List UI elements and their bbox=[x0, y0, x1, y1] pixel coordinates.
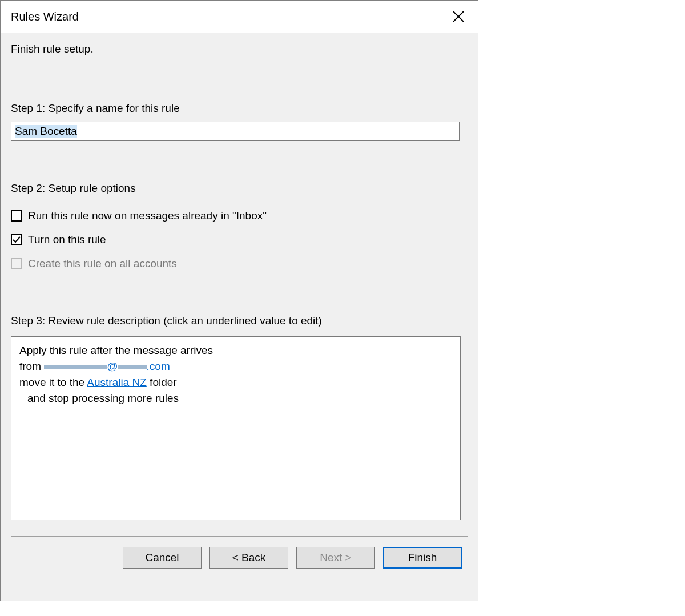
option-all-accounts-label: Create this rule on all accounts bbox=[28, 257, 177, 270]
option-turn-on-row[interactable]: Turn on this rule bbox=[11, 233, 468, 246]
close-icon bbox=[452, 10, 465, 23]
desc-from-link[interactable]: @.com bbox=[44, 360, 170, 372]
desc-line-1: Apply this rule after the message arrive… bbox=[19, 343, 452, 359]
dialog-title: Rules Wizard bbox=[11, 10, 79, 23]
desc-folder-link[interactable]: Australia NZ bbox=[87, 376, 147, 388]
rules-wizard-dialog: Rules Wizard Finish rule setup. Step 1: … bbox=[0, 0, 478, 601]
titlebar: Rules Wizard bbox=[1, 1, 478, 33]
desc-move-prefix: move it to the bbox=[19, 376, 87, 388]
option-turn-on-label: Turn on this rule bbox=[28, 233, 106, 246]
option-run-now-row[interactable]: Run this rule now on messages already in… bbox=[11, 210, 468, 222]
rule-name-value: Sam Bocetta bbox=[15, 125, 77, 138]
step3-label: Step 3: Review rule description (click a… bbox=[11, 315, 468, 327]
close-button[interactable] bbox=[449, 7, 468, 26]
rule-description-box[interactable]: Apply this rule after the message arrive… bbox=[11, 336, 461, 520]
desc-line-2: from @.com bbox=[19, 359, 452, 375]
desc-line-3: move it to the Australia NZ folder bbox=[19, 375, 452, 390]
checkbox-run-now[interactable] bbox=[11, 210, 22, 222]
back-button[interactable]: < Back bbox=[209, 547, 288, 569]
rule-name-input[interactable]: Sam Bocetta bbox=[11, 122, 460, 141]
dialog-body: Finish rule setup. Step 1: Specify a nam… bbox=[1, 33, 478, 601]
step2-label: Step 2: Setup rule options bbox=[11, 182, 468, 195]
cancel-button[interactable]: Cancel bbox=[123, 547, 202, 569]
option-all-accounts-row: Create this rule on all accounts bbox=[11, 257, 468, 270]
next-button: Next > bbox=[296, 547, 375, 569]
desc-line-4: and stop processing more rules bbox=[19, 390, 452, 406]
desc-domain-suffix: .com bbox=[147, 360, 170, 372]
check-icon bbox=[13, 236, 21, 244]
button-row: Cancel < Back Next > Finish bbox=[11, 537, 468, 569]
redacted-domain bbox=[118, 365, 147, 369]
checkbox-all-accounts bbox=[11, 258, 22, 269]
option-run-now-label: Run this rule now on messages already in… bbox=[28, 210, 267, 222]
step1-label: Step 1: Specify a name for this rule bbox=[11, 102, 468, 115]
finish-button[interactable]: Finish bbox=[383, 547, 462, 569]
desc-move-suffix: folder bbox=[147, 376, 177, 388]
finish-heading: Finish rule setup. bbox=[11, 43, 468, 55]
desc-at: @ bbox=[107, 360, 118, 372]
desc-from-prefix: from bbox=[19, 360, 41, 372]
redacted-local bbox=[44, 365, 107, 369]
checkbox-turn-on[interactable] bbox=[11, 234, 22, 245]
